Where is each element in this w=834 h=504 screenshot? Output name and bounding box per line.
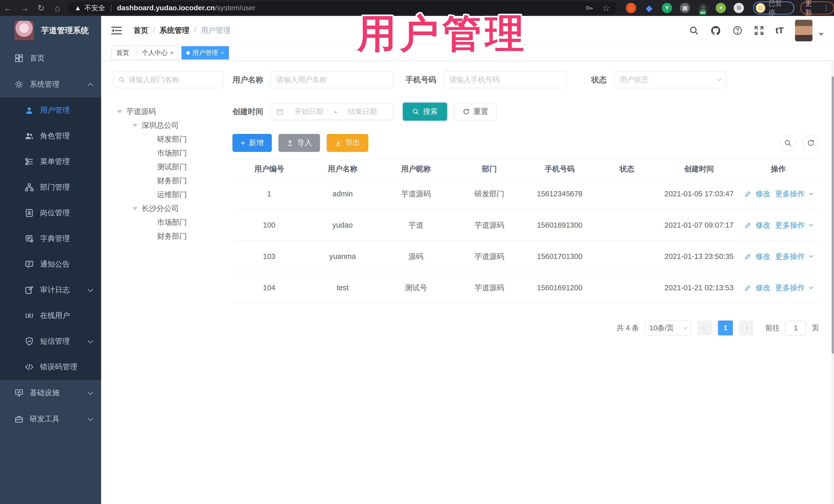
mobile-input[interactable] xyxy=(449,76,561,84)
bookmark-star-icon[interactable]: ☆ xyxy=(602,3,610,13)
app-logo-row[interactable]: 芋道管理系统 xyxy=(0,16,101,45)
font-size-icon[interactable]: tT xyxy=(775,25,784,36)
address-bar[interactable]: ▲ 不安全 dashboard.yudao.iocoder.cn /system… xyxy=(68,2,617,14)
more-actions[interactable]: 更多操作 xyxy=(775,251,805,262)
sidebar-item-online-users[interactable]: 在线用户 xyxy=(0,303,101,328)
date-range-picker[interactable]: 开始日期 - 结束日期 xyxy=(270,103,394,120)
help-icon[interactable] xyxy=(732,25,743,36)
tree-node-company[interactable]: 长沙分公司 xyxy=(113,202,224,216)
edit-action[interactable]: 修改 xyxy=(756,283,771,293)
chevron-down-icon[interactable] xyxy=(809,254,813,258)
close-icon[interactable]: × xyxy=(221,49,224,56)
tree-node-dept[interactable]: 市场部门 xyxy=(113,216,224,229)
app-title: 芋道管理系统 xyxy=(41,25,89,36)
user-avatar[interactable] xyxy=(795,20,812,41)
status-select[interactable]: 用户状态 xyxy=(614,71,727,88)
sidebar-collapse-icon[interactable] xyxy=(111,26,122,35)
browser-update-button[interactable]: 更新 ⋮ xyxy=(800,2,834,14)
more-actions[interactable]: 更多操作 xyxy=(775,283,805,293)
key-icon[interactable] xyxy=(585,4,594,12)
caret-down-icon[interactable] xyxy=(117,110,122,113)
sidebar-item-infra[interactable]: 基础设施 xyxy=(0,380,101,406)
search-icon[interactable] xyxy=(689,25,699,36)
mobile-field[interactable] xyxy=(443,71,567,88)
edit-action[interactable]: 修改 xyxy=(756,189,771,199)
tree-node-root[interactable]: 芋道源码 xyxy=(113,105,224,118)
chevron-down-icon[interactable] xyxy=(809,222,813,226)
sidebar-item-menu-management[interactable]: 菜单管理 xyxy=(0,149,101,175)
extension-blue-icon[interactable]: ◆ xyxy=(644,3,654,13)
upload-icon xyxy=(286,139,293,147)
close-icon[interactable]: × xyxy=(170,49,174,56)
browser-profile-chip[interactable]: ☺ 已暂停 xyxy=(753,2,794,14)
tab-user-management[interactable]: 用户管理 × xyxy=(181,46,229,60)
more-actions[interactable]: 更多操作 xyxy=(775,220,805,231)
edit-icon xyxy=(744,285,751,291)
sidebar-item-system[interactable]: 系统管理 xyxy=(0,71,101,97)
extension-grid-icon[interactable]: ▦ xyxy=(680,3,690,13)
chevron-down-icon[interactable] xyxy=(809,285,813,289)
next-page-button[interactable] xyxy=(739,321,753,335)
username-label: 用户名称 xyxy=(233,75,263,85)
tab-profile[interactable]: 个人中心 × xyxy=(137,46,178,60)
add-button[interactable]: + 新增 xyxy=(233,134,272,152)
sidebar-item-dept-management[interactable]: 部门管理 xyxy=(0,175,101,200)
sidebar-item-user-management[interactable]: 用户管理 xyxy=(0,97,101,123)
sidebar-item-dict-management[interactable]: 字典管理 xyxy=(0,226,101,251)
sidebar-item-dev-tools[interactable]: 研发工具 xyxy=(0,406,101,432)
caret-down-icon[interactable] xyxy=(132,124,137,127)
tree-node-dept[interactable]: 市场部门 xyxy=(113,146,224,160)
reset-button[interactable]: 重置 xyxy=(454,103,497,120)
refresh-table-button[interactable] xyxy=(803,135,819,151)
username-field[interactable] xyxy=(270,71,394,88)
current-page[interactable]: 1 xyxy=(718,321,733,335)
tab-home[interactable]: 首页 xyxy=(111,46,134,60)
caret-down-icon[interactable] xyxy=(132,207,137,210)
extension-green-icon[interactable]: Y xyxy=(662,3,672,13)
extension-leaf-icon[interactable]: ✳ xyxy=(716,3,726,13)
import-button[interactable]: 导入 xyxy=(279,134,320,152)
search-button[interactable]: 搜索 xyxy=(403,103,447,120)
dept-search-box[interactable] xyxy=(113,71,224,88)
browser-back-icon[interactable]: ← xyxy=(0,3,17,13)
toggle-search-button[interactable] xyxy=(780,135,796,151)
export-button[interactable]: 导出 xyxy=(327,134,368,152)
extensions-puzzle-icon[interactable]: ⚙ xyxy=(734,3,744,13)
sidebar-item-role-management[interactable]: 角色管理 xyxy=(0,123,101,149)
sidebar-item-audit-log[interactable]: 审计日志 xyxy=(0,277,101,303)
sidebar-item-notice[interactable]: 通知公告 xyxy=(0,251,101,277)
edit-action[interactable]: 修改 xyxy=(756,220,771,231)
page-size-select[interactable]: 10条/页 xyxy=(644,321,692,335)
window-scrollbar[interactable] xyxy=(831,61,834,504)
goto-page-input[interactable] xyxy=(785,321,806,335)
breadcrumb-home[interactable]: 首页 xyxy=(133,25,148,36)
browser-reload-icon[interactable]: ↻ xyxy=(33,3,49,13)
security-chip[interactable]: ▲ 不安全 xyxy=(74,3,105,13)
tree-node-dept[interactable]: 财务部门 xyxy=(113,174,224,188)
kebab-menu-icon[interactable]: ⋮ xyxy=(822,4,829,12)
tree-node-dept[interactable]: 研发部门 xyxy=(113,132,224,146)
username-input[interactable] xyxy=(277,76,388,84)
github-icon[interactable] xyxy=(710,25,721,36)
tree-node-dept[interactable]: 测试部门 xyxy=(113,160,224,174)
extension-switch-icon[interactable]: ☰on xyxy=(698,3,708,13)
sidebar-item-error-code[interactable]: 错误码管理 xyxy=(0,354,101,380)
dept-search-input[interactable] xyxy=(129,76,218,84)
sidebar-item-post-management[interactable]: 岗位管理 xyxy=(0,200,101,226)
browser-home-icon[interactable]: ⌂ xyxy=(49,3,66,13)
scrollbar-thumb[interactable] xyxy=(832,76,834,354)
sidebar-item-home[interactable]: 首页 xyxy=(0,45,101,71)
prev-page-button[interactable] xyxy=(698,321,712,335)
breadcrumb-system[interactable]: 系统管理 xyxy=(160,25,190,36)
tree-node-company[interactable]: 深圳总公司 xyxy=(113,118,224,132)
extension-orange-icon[interactable]: ◌ xyxy=(626,3,636,13)
more-actions[interactable]: 更多操作 xyxy=(775,189,805,199)
fullscreen-icon[interactable] xyxy=(754,25,764,36)
tree-node-dept[interactable]: 财务部门 xyxy=(113,229,224,243)
edit-action[interactable]: 修改 xyxy=(756,251,771,262)
chevron-down-icon[interactable] xyxy=(809,191,813,195)
avatar-caret-icon[interactable] xyxy=(819,33,824,36)
sidebar-item-sms[interactable]: 短信管理 xyxy=(0,328,101,354)
browser-forward-icon[interactable]: → xyxy=(17,3,33,13)
tree-node-dept[interactable]: 运维部门 xyxy=(113,188,224,202)
